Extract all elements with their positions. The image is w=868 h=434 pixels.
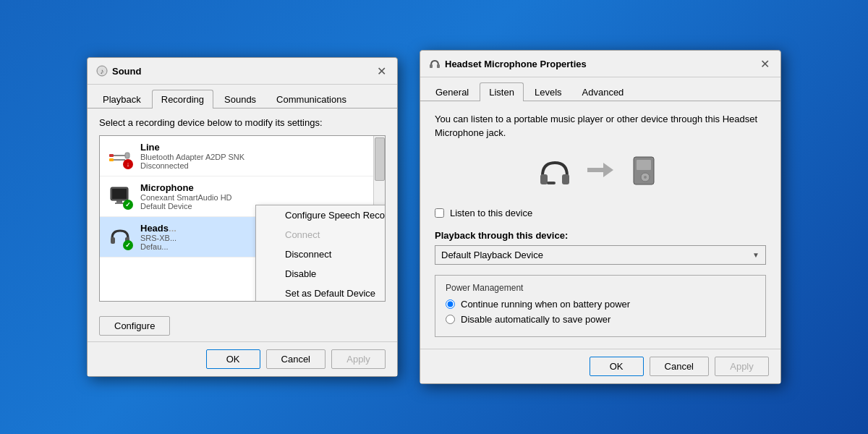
context-disable[interactable]: Disable <box>256 264 386 284</box>
svg-rect-6 <box>125 153 129 158</box>
sound-cancel-button[interactable]: Cancel <box>266 349 326 369</box>
svg-rect-3 <box>109 158 114 161</box>
prop-apply-button[interactable]: Apply <box>715 357 769 376</box>
device-list: ↓ Line Bluetooth Adapter A2DP SNK Discon… <box>99 135 386 302</box>
configure-button[interactable]: Configure <box>99 316 170 336</box>
sound-dialog-buttons: OK Cancel Apply <box>88 341 397 376</box>
svg-rect-16 <box>562 174 569 184</box>
svg-rect-2 <box>109 154 114 157</box>
prop-title-icon <box>429 58 441 69</box>
flow-arrow-icon <box>587 160 613 184</box>
svg-rect-4 <box>114 155 125 156</box>
device-item-line[interactable]: ↓ Line Bluetooth Adapter A2DP SNK Discon… <box>100 136 385 176</box>
radio-disable-input[interactable] <box>446 315 455 324</box>
svg-rect-9 <box>116 200 122 203</box>
dropdown-arrow-icon: ▼ <box>752 251 760 259</box>
line-device-sub: Bluetooth Adapter A2DP SNK <box>140 153 378 161</box>
playback-section: Playback through this device: Default Pl… <box>435 230 766 265</box>
sound-instruction: Select a recording device below to modif… <box>99 117 386 128</box>
line-device-name: Line <box>140 142 378 153</box>
tab-playback[interactable]: Playback <box>93 90 150 109</box>
line-device-info: Line Bluetooth Adapter A2DP SNK Disconne… <box>140 142 378 170</box>
svg-rect-18 <box>587 168 605 172</box>
prop-dialog-buttons: OK Cancel Apply <box>420 349 780 383</box>
radio-disable-label: Disable automatically to save power <box>461 314 610 325</box>
radio-continue-label: Continue running when on battery power <box>461 299 630 310</box>
mic-device-name: Microphone <box>140 182 378 193</box>
tab-communications[interactable]: Communications <box>267 90 356 109</box>
line-status-badge: ↓ <box>123 159 133 169</box>
svg-rect-17 <box>547 182 556 184</box>
context-connect[interactable]: Connect <box>256 225 386 244</box>
svg-rect-5 <box>114 159 125 161</box>
playback-device-text: Default Playback Device <box>441 250 543 260</box>
svg-rect-21 <box>637 160 651 170</box>
power-mgmt-title: Power Management <box>446 283 755 293</box>
svg-rect-15 <box>540 174 548 184</box>
prop-dialog: Headset Microphone Properties ✕ General … <box>420 50 781 383</box>
context-configure-speech[interactable]: Configure Speech Recognition <box>256 205 386 225</box>
tab-general[interactable]: General <box>426 82 478 101</box>
svg-text:♪: ♪ <box>101 67 104 75</box>
tab-listen[interactable]: Listen <box>480 82 524 101</box>
svg-marker-19 <box>603 163 613 177</box>
line-device-icon: ↓ <box>107 143 133 169</box>
sound-dialog: ♪ Sound ✕ Playback Recording Sounds Comm… <box>87 57 398 377</box>
radio-continue-input[interactable] <box>446 299 455 309</box>
listen-description: You can listen to a portable music playe… <box>435 113 766 139</box>
audio-flow-graphic <box>435 154 766 190</box>
mic-status-badge: ✓ <box>123 200 133 210</box>
mic-device-icon: ✓ <box>107 184 133 210</box>
listen-checkbox-label: Listen to this device <box>450 208 532 218</box>
playback-dropdown[interactable]: Default Playback Device ▼ <box>435 245 766 265</box>
svg-rect-11 <box>111 237 115 244</box>
sound-close-button[interactable]: ✕ <box>374 64 388 78</box>
headset-device-icon: ✓ <box>107 224 133 250</box>
svg-point-23 <box>644 176 647 179</box>
radio-continue: Continue running when on battery power <box>446 299 755 310</box>
playback-through-label: Playback through this device: <box>435 230 766 241</box>
headset-status-badge: ✓ <box>123 240 133 250</box>
music-player-icon <box>628 154 664 190</box>
prop-cancel-button[interactable]: Cancel <box>650 357 709 376</box>
sound-ok-button[interactable]: OK <box>206 349 260 369</box>
sound-title-text: Sound <box>112 66 141 77</box>
prop-title-left: Headset Microphone Properties <box>429 58 587 69</box>
sound-title-bar: ♪ Sound ✕ <box>88 58 397 85</box>
svg-rect-14 <box>437 64 440 68</box>
prop-title-bar: Headset Microphone Properties ✕ <box>420 51 780 77</box>
sound-content: Select a recording device below to modif… <box>88 109 397 310</box>
svg-rect-8 <box>112 189 127 199</box>
prop-title-text: Headset Microphone Properties <box>445 59 587 69</box>
sound-apply-button[interactable]: Apply <box>331 349 386 369</box>
tab-recording[interactable]: Recording <box>152 90 213 109</box>
sound-tabs: Playback Recording Sounds Communications <box>88 85 397 109</box>
mic-device-sub: Conexant SmartAudio HD <box>140 193 378 202</box>
context-menu: Configure Speech Recognition Connect Dis… <box>255 205 386 302</box>
prop-tabs: General Listen Levels Advanced <box>420 77 780 101</box>
tab-sounds[interactable]: Sounds <box>215 90 265 109</box>
tab-advanced[interactable]: Advanced <box>573 82 634 101</box>
listen-checkbox-row: Listen to this device <box>435 208 766 218</box>
sound-title-icon: ♪ <box>96 65 108 77</box>
radio-disable: Disable automatically to save power <box>446 314 755 325</box>
headset-graphic-icon <box>537 154 573 190</box>
context-disconnect[interactable]: Disconnect <box>256 244 386 264</box>
line-device-status: Disconnected <box>140 161 378 170</box>
sound-title-left: ♪ Sound <box>96 65 141 77</box>
prop-ok-button[interactable]: OK <box>590 357 644 376</box>
prop-content: You can listen to a portable music playe… <box>420 101 780 348</box>
prop-close-button[interactable]: ✕ <box>757 56 772 71</box>
power-management-box: Power Management Continue running when o… <box>435 275 766 337</box>
context-set-default[interactable]: Set as Default Device <box>256 284 386 302</box>
svg-rect-13 <box>430 64 433 68</box>
listen-checkbox[interactable] <box>435 208 444 218</box>
tab-levels[interactable]: Levels <box>525 82 571 101</box>
configure-row: Configure <box>88 310 397 341</box>
